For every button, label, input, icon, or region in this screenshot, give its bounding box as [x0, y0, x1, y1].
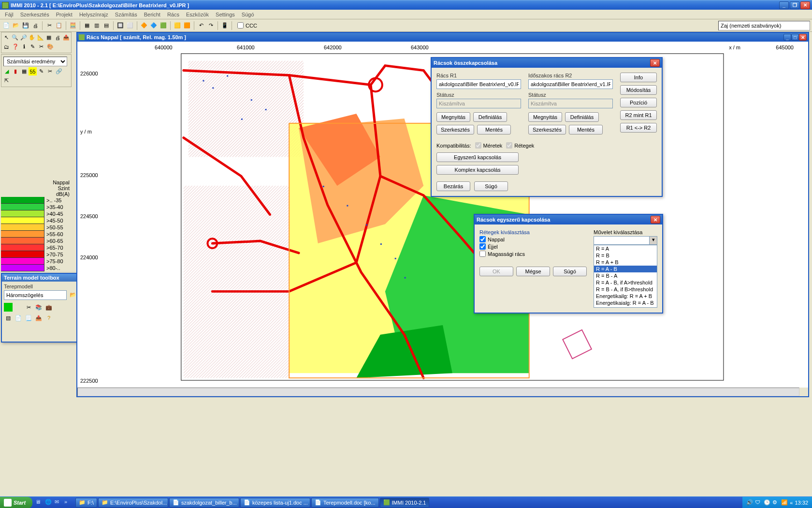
menu-settings[interactable]: Settings	[213, 11, 238, 18]
muvelet-option[interactable]: Energetikaialg: R = A - B	[594, 299, 657, 306]
menu-eszkozok[interactable]: Eszközök	[183, 11, 212, 18]
ejjel-checkbox[interactable]	[479, 243, 486, 250]
doc-icon[interactable]: 📃	[24, 314, 33, 322]
edit-icon[interactable]: ✎	[29, 43, 37, 51]
pen-icon[interactable]: ✎	[37, 67, 45, 75]
stack-icon[interactable]: 📚	[34, 303, 43, 312]
r2-mentes-button[interactable]: Mentés	[569, 125, 603, 134]
print2-icon[interactable]: 🖨	[54, 33, 62, 42]
mesh-icon[interactable]: ▧	[4, 314, 13, 322]
r2-definialas-button[interactable]: Definiálás	[565, 112, 599, 122]
komplex-button[interactable]: Komplex kapcsolás	[436, 165, 519, 175]
cut-icon[interactable]: ✂	[45, 21, 54, 30]
layer-icon[interactable]: 🗂	[2, 43, 11, 51]
grid-icon[interactable]: ▦	[45, 33, 53, 42]
r1-definialas-button[interactable]: Definiálás	[473, 112, 507, 122]
tool-c-icon[interactable]: ▤	[102, 21, 111, 30]
result-select[interactable]: Számítási eredmény	[3, 57, 67, 66]
restore-button[interactable]: ❐	[790, 1, 799, 9]
tool-f-icon[interactable]: 🔶	[140, 21, 148, 30]
ql-mail-icon[interactable]: ✉	[55, 499, 62, 507]
pan-icon[interactable]: ✋	[28, 33, 36, 42]
export2-icon[interactable]: 📤	[34, 314, 43, 322]
ql-chevron-icon[interactable]: »	[64, 499, 72, 507]
muvelet-option[interactable]: Energetikailg: R = A + B	[594, 293, 657, 299]
info-icon[interactable]: ❓	[11, 43, 19, 51]
pointer-icon[interactable]: ↖	[2, 33, 11, 42]
tool-j-icon[interactable]: 🟧	[183, 21, 191, 30]
noise-standard-combo[interactable]	[718, 21, 810, 30]
print-icon[interactable]: 🖨	[31, 21, 40, 30]
muvelet-option[interactable]: R = B - A, if B>threshold	[594, 286, 657, 293]
link-icon[interactable]: 🔗	[55, 67, 63, 75]
r2-megnyitas-button[interactable]: Megnyitás	[528, 112, 562, 122]
num-icon[interactable]: 55	[29, 67, 37, 75]
ql-desktop-icon[interactable]: 🖥	[35, 499, 43, 507]
minimize-button[interactable]: _	[779, 1, 789, 9]
egyszeru-button[interactable]: Egyszerű kapcsolás	[436, 152, 519, 162]
r1-szerkesztes-button[interactable]: Szerkesztés	[436, 125, 474, 134]
color-icon[interactable]: 🎨	[46, 43, 54, 51]
tool-i-icon[interactable]: 🟨	[173, 21, 182, 30]
muvelet-option[interactable]: Energetikailag: R = B - A	[594, 306, 657, 308]
green-icon[interactable]	[4, 303, 13, 312]
egyszeru-close-button[interactable]: ✕	[651, 216, 660, 224]
device-icon[interactable]: 📱	[220, 21, 229, 30]
nappal-checkbox[interactable]	[479, 236, 486, 242]
bars-icon[interactable]: ▮	[11, 67, 19, 75]
zoomout-icon[interactable]: 🔎	[19, 33, 28, 42]
egyszeru-sugo-button[interactable]: Súgó	[553, 267, 587, 276]
terrain-input[interactable]	[4, 290, 67, 300]
redo-icon[interactable]: ↷	[206, 21, 215, 30]
tray-icon-2[interactable]: 🛡	[755, 499, 762, 506]
tray-icon-3[interactable]: 🕒	[764, 499, 770, 506]
taskbar-item[interactable]: 🟩IMMI 2010-2.1	[380, 498, 430, 508]
muvelet-option[interactable]: R = B	[594, 252, 657, 259]
ql-ie-icon[interactable]: 🌐	[45, 499, 53, 507]
case-icon[interactable]: 💼	[44, 303, 53, 312]
gray-icon[interactable]	[14, 303, 23, 312]
clock[interactable]: 13:32	[795, 500, 808, 506]
muvelet-option[interactable]: R = A	[594, 245, 657, 252]
tray-chevron-icon[interactable]: «	[790, 500, 793, 506]
r1r2-button[interactable]: R1 <-> R2	[620, 123, 657, 133]
tray-icon-5[interactable]: 📶	[781, 499, 788, 506]
map-maximize-button[interactable]: □	[791, 34, 799, 41]
menu-fajl[interactable]: Fájl	[2, 11, 16, 18]
megse-button[interactable]: Mégse	[516, 267, 550, 276]
map-minimize-button[interactable]: _	[783, 34, 791, 41]
chart-icon[interactable]: ◢	[2, 67, 11, 75]
export-icon[interactable]: 📤	[62, 33, 70, 42]
r2-szerkesztes-button[interactable]: Szerkesztés	[528, 125, 566, 134]
grid2-icon[interactable]: ▦	[20, 67, 28, 75]
zoom-icon[interactable]: 🔍	[11, 33, 19, 42]
menu-szerkesztes[interactable]: Szerkesztés	[17, 11, 52, 18]
map-close-button[interactable]: ✕	[799, 34, 807, 41]
tool-h-icon[interactable]: 🟩	[159, 21, 168, 30]
tray-icon-1[interactable]: 🔊	[746, 499, 753, 506]
ccc-checkbox[interactable]	[237, 22, 244, 29]
menu-racs[interactable]: Rács	[164, 11, 182, 18]
info-button[interactable]: Info	[620, 73, 657, 82]
start-button[interactable]: Start	[0, 497, 32, 508]
bezaras-button[interactable]: Bezárás	[436, 181, 470, 191]
menu-projekt[interactable]: Projekt	[53, 11, 75, 18]
tool-a-icon[interactable]: ▦	[83, 21, 91, 30]
muvelet-option[interactable]: R = B - A	[594, 272, 657, 279]
taskbar-item[interactable]: 📄Terepmodell.doc [ko...	[311, 498, 379, 508]
magassagi-checkbox[interactable]	[479, 251, 486, 257]
new-icon[interactable]: 📄	[2, 21, 11, 30]
tool-b-icon[interactable]: ▥	[92, 21, 101, 30]
taskbar-item[interactable]: 📁E:\EnviroPlus\Szakdol...	[98, 498, 168, 508]
delete-icon[interactable]: ✂	[37, 43, 45, 51]
muvelet-option[interactable]: R = A - B, if A>threshold	[594, 279, 657, 286]
r1-input[interactable]	[436, 79, 521, 89]
muvelet-option[interactable]: R = A - B	[594, 266, 657, 272]
undo-icon[interactable]: ↶	[197, 21, 205, 30]
copy-icon[interactable]: 📋	[55, 21, 63, 30]
taskbar-item[interactable]: 📁F:\	[75, 498, 97, 508]
menu-sugo[interactable]: Súgó	[239, 11, 257, 18]
close-button[interactable]: ✕	[800, 1, 810, 9]
racsok-close-button[interactable]: ✕	[650, 59, 660, 67]
move-icon[interactable]: ⇱	[2, 76, 11, 85]
